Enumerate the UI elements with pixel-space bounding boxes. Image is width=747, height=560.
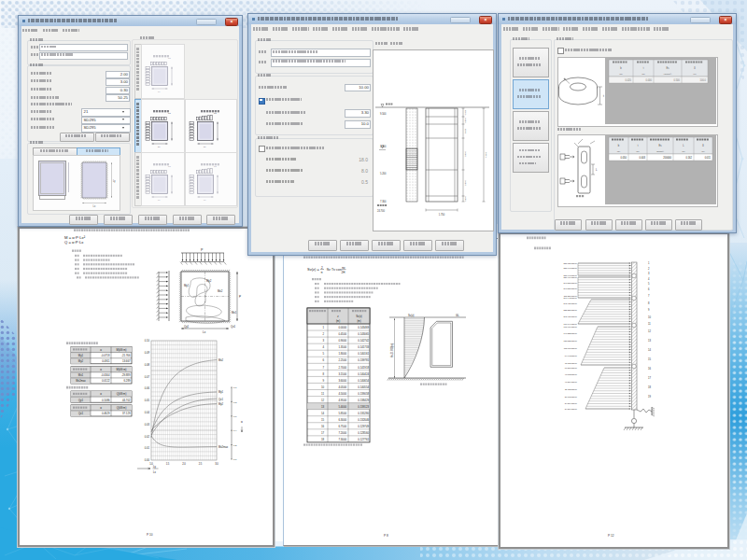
svg-text:4.5000: 4.5000 bbox=[338, 392, 346, 396]
svg-text:0.129749: 0.129749 bbox=[358, 425, 369, 428]
svg-text:111.670(kN/m): 111.670(kN/m) bbox=[564, 347, 577, 349]
svg-text:3.6000: 3.6000 bbox=[338, 379, 346, 383]
svg-text:2.7000: 2.7000 bbox=[338, 366, 346, 370]
svg-text:2.2500: 2.2500 bbox=[338, 358, 346, 362]
svg-text:30.705(kN/m): 30.705(kN/m) bbox=[565, 396, 578, 398]
svg-text:·Sv·Ts·cos: ·Sv·Ts·cos bbox=[326, 268, 342, 272]
svg-text:19: 19 bbox=[648, 395, 651, 399]
svg-text:37.129: 37.129 bbox=[122, 412, 131, 415]
svg-text:18: 18 bbox=[648, 385, 651, 389]
svg-text:0.139781: 0.139781 bbox=[358, 358, 369, 362]
svg-text:15: 15 bbox=[321, 418, 325, 422]
svg-text:(%): (%) bbox=[693, 73, 697, 76]
svg-text:13: 13 bbox=[321, 405, 325, 409]
svg-text:7: 7 bbox=[648, 294, 650, 298]
svg-text:0.4500: 0.4500 bbox=[338, 332, 346, 336]
svg-text:Lx: Lx bbox=[203, 330, 206, 334]
svg-text:3.1500: 3.1500 bbox=[338, 372, 346, 376]
svg-text:0.00: 0.00 bbox=[145, 458, 150, 462]
svg-text:221.991(kN/m): 221.991(kN/m) bbox=[564, 267, 578, 269]
svg-text:4.9500: 4.9500 bbox=[338, 399, 346, 402]
svg-text:2H: 2H bbox=[342, 271, 345, 274]
svg-text:0.6: 0.6 bbox=[233, 415, 237, 418]
svg-text:16: 16 bbox=[648, 367, 651, 371]
svg-text:1.750: 1.750 bbox=[439, 213, 445, 217]
svg-text:(m): (m) bbox=[357, 319, 360, 323]
svg-text:(m): (m) bbox=[701, 150, 705, 152]
svg-text:Lx: Lx bbox=[93, 204, 96, 208]
svg-text:0.500: 0.500 bbox=[674, 78, 681, 82]
svg-text:P: P bbox=[201, 248, 204, 252]
svg-text:0.140424: 0.140424 bbox=[358, 372, 369, 376]
svg-text:38.112(kN/m): 38.112(kN/m) bbox=[565, 388, 577, 390]
svg-text:My2: My2 bbox=[218, 402, 224, 406]
svg-text:P1: P1 bbox=[214, 112, 218, 115]
svg-text:121.525(kN/m): 121.525(kN/m) bbox=[564, 340, 578, 342]
svg-text:9: 9 bbox=[648, 308, 650, 312]
svg-text:0.050: 0.050 bbox=[621, 156, 627, 160]
svg-text:9.500: 9.500 bbox=[380, 112, 387, 116]
svg-text:P1: P1 bbox=[168, 165, 172, 168]
svg-text:4.0500: 4.0500 bbox=[338, 385, 346, 389]
svg-text:1.8000: 1.8000 bbox=[338, 352, 346, 356]
svg-text:0.0000: 0.0000 bbox=[338, 326, 346, 329]
svg-text:0.4: 0.4 bbox=[233, 429, 237, 432]
svg-text:0.03: 0.03 bbox=[145, 423, 150, 427]
svg-text:24.219(kN/m): 24.219(kN/m) bbox=[565, 408, 578, 410]
svg-text:7.2000: 7.2000 bbox=[338, 431, 346, 435]
svg-text:0.141918: 0.141918 bbox=[358, 366, 369, 370]
svg-text:6.289: 6.289 bbox=[124, 379, 131, 383]
svg-text:2.0: 2.0 bbox=[182, 462, 186, 466]
svg-text:15: 15 bbox=[648, 357, 651, 361]
svg-text:13: 13 bbox=[648, 339, 651, 343]
svg-text:5.4000: 5.4000 bbox=[338, 405, 346, 409]
svg-text:-0.0564: -0.0564 bbox=[101, 373, 110, 377]
svg-text:0.128560: 0.128560 bbox=[358, 431, 369, 435]
svg-text:5.200: 5.200 bbox=[380, 172, 387, 175]
svg-text:0.2: 0.2 bbox=[233, 444, 237, 447]
svg-text:24.219(kN/m): 24.219(kN/m) bbox=[565, 402, 578, 404]
svg-text:14: 14 bbox=[648, 348, 651, 352]
svg-text:3.400: 3.400 bbox=[464, 150, 466, 156]
svg-text:1.500: 1.500 bbox=[464, 128, 466, 133]
svg-text:0.9000: 0.9000 bbox=[338, 339, 346, 343]
svg-text:345.421(kN/m): 345.421(kN/m) bbox=[564, 302, 578, 304]
svg-text:0.000: 0.000 bbox=[646, 78, 653, 82]
svg-text:M(kN·m): M(kN·m) bbox=[117, 348, 127, 352]
svg-text:Qx1: Qx1 bbox=[218, 398, 223, 401]
svg-text:-0.0718: -0.0718 bbox=[101, 354, 110, 357]
svg-text:246.558(kN/m): 246.558(kN/m) bbox=[564, 282, 578, 284]
svg-text:2.5: 2.5 bbox=[199, 462, 203, 466]
svg-text:296.942(kN/m): 296.942(kN/m) bbox=[564, 297, 578, 299]
svg-text:4: 4 bbox=[648, 277, 650, 281]
svg-text:0.10: 0.10 bbox=[145, 339, 150, 343]
svg-text:0.05: 0.05 bbox=[145, 399, 150, 402]
svg-text:5.8500: 5.8500 bbox=[338, 412, 346, 415]
svg-text:Q(kN·m): Q(kN·m) bbox=[117, 392, 127, 396]
svg-text:1.5: 1.5 bbox=[166, 462, 170, 466]
svg-text:0.135280: 0.135280 bbox=[358, 412, 369, 415]
svg-text:6.3000: 6.3000 bbox=[338, 418, 346, 422]
svg-text:0.127761: 0.127761 bbox=[358, 438, 369, 441]
svg-text:0.132646: 0.132646 bbox=[358, 418, 369, 422]
svg-text:Mx2: Mx2 bbox=[218, 358, 224, 362]
svg-text:P 12: P 12 bbox=[608, 534, 614, 538]
svg-text:0.141733: 0.141733 bbox=[358, 345, 369, 349]
svg-text:146.322(kN/m): 146.322(kN/m) bbox=[564, 332, 578, 334]
svg-text:Ly: Ly bbox=[113, 179, 116, 183]
svg-text:Mx1: Mx1 bbox=[78, 373, 84, 377]
svg-text:0.0911: 0.0911 bbox=[102, 359, 110, 363]
svg-text:(N/mm²): (N/mm²) bbox=[664, 73, 672, 76]
svg-text:P1: P1 bbox=[168, 57, 172, 60]
svg-text:0.143065: 0.143065 bbox=[358, 332, 369, 336]
svg-text:335.321(kN/m): 335.321(kN/m) bbox=[564, 309, 578, 311]
svg-text:170.749(kN/m): 170.749(kN/m) bbox=[564, 323, 578, 325]
svg-text:24.700: 24.700 bbox=[377, 209, 385, 213]
svg-text:My2: My2 bbox=[78, 359, 84, 363]
svg-text:6: 6 bbox=[648, 287, 650, 291]
svg-text:246.558(kN/m): 246.558(kN/m) bbox=[564, 287, 578, 289]
svg-text:My1: My1 bbox=[78, 354, 84, 357]
svg-text:3.0: 3.0 bbox=[215, 462, 218, 466]
svg-text:0.139123: 0.139123 bbox=[358, 405, 369, 409]
svg-text:0.003: 0.003 bbox=[640, 156, 646, 160]
